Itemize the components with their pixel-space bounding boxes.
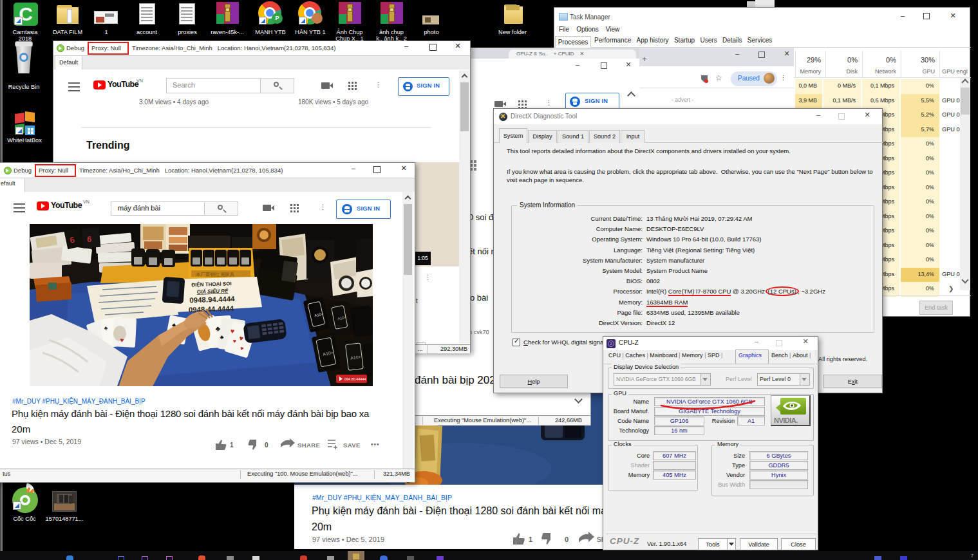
svg-text:1: 1 <box>529 536 532 543</box>
svg-text:•••: ••• <box>371 441 380 448</box>
svg-text:1: 1 <box>230 442 234 449</box>
svg-text:0: 0 <box>265 442 268 449</box>
svg-text:0: 0 <box>565 536 569 543</box>
svg-text:SHARE: SHARE <box>297 442 320 449</box>
svg-text:6: 6 <box>87 234 91 244</box>
svg-text:NVIDIA.: NVIDIA. <box>774 416 798 424</box>
svg-text:SAVE: SAVE <box>343 442 361 449</box>
svg-text:0948.94.4444: 0948.94.4444 <box>189 295 235 304</box>
svg-text:094.80.44444: 094.80.44444 <box>344 377 366 381</box>
svg-text:♣: ♣ <box>220 334 224 341</box>
svg-text:♣: ♣ <box>215 324 220 332</box>
svg-text:♥: ♥ <box>120 337 124 344</box>
svg-text:本厂直销扛克牌具: 本厂直销扛克牌具 <box>196 272 235 277</box>
svg-text:0948.44.4444: 0948.44.4444 <box>189 304 234 313</box>
svg-text:GIÁ SIÊU RẺ: GIÁ SIÊU RẺ <box>197 288 229 295</box>
